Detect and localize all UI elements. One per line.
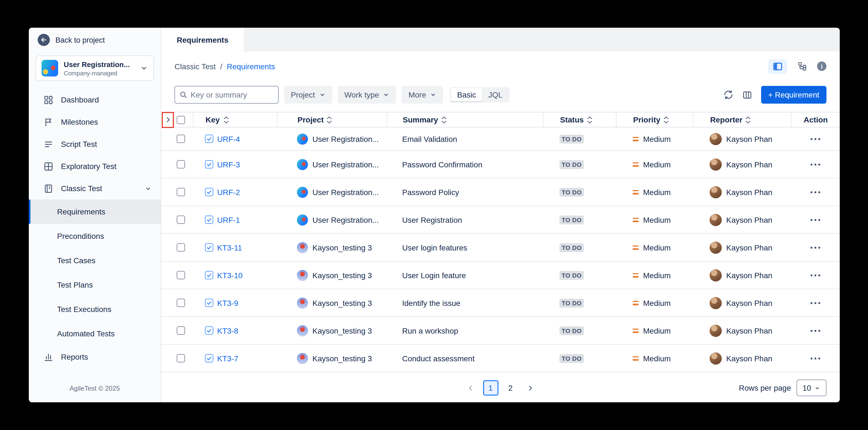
column-header-summary[interactable]: Summary bbox=[386, 113, 543, 127]
row-actions-button[interactable] bbox=[810, 302, 820, 304]
jql-mode-button[interactable]: JQL bbox=[482, 88, 508, 101]
sort-icon bbox=[663, 116, 669, 123]
issue-key-link[interactable]: URF-3 bbox=[217, 160, 240, 169]
project-filter-label: Project bbox=[291, 90, 315, 99]
more-filter-dropdown[interactable]: More bbox=[402, 86, 443, 103]
sidebar-item-requirements[interactable]: Requirements bbox=[29, 199, 161, 224]
issue-key-link[interactable]: KT3-9 bbox=[217, 298, 238, 307]
issue-key-link[interactable]: URF-1 bbox=[217, 215, 240, 224]
table-row[interactable]: URF-2 User Registration... Password Poli… bbox=[161, 178, 840, 206]
info-icon[interactable]: i bbox=[817, 62, 827, 71]
add-requirement-button[interactable]: + Requirement bbox=[761, 86, 827, 103]
issue-key-link[interactable]: KT3-10 bbox=[217, 271, 243, 280]
row-checkbox[interactable] bbox=[177, 135, 185, 143]
sidebar-item-milestones[interactable]: Milestones bbox=[29, 111, 161, 133]
row-actions-button[interactable] bbox=[810, 357, 820, 359]
table-row[interactable]: KT3-7 Kayson_testing 3 Conduct assessmen… bbox=[161, 345, 840, 372]
page-2-button[interactable]: 2 bbox=[503, 380, 518, 396]
sidebar-subitem-label: Requirements bbox=[57, 207, 105, 216]
sidebar-item-exploratory-test[interactable]: Exploratory Test bbox=[29, 155, 161, 177]
table-row[interactable]: KT3-10 Kayson_testing 3 User Login featu… bbox=[161, 262, 840, 289]
breadcrumb-current[interactable]: Requirements bbox=[227, 62, 275, 71]
issue-key-link[interactable]: KT3-8 bbox=[217, 326, 238, 335]
select-all-checkbox[interactable] bbox=[177, 116, 185, 124]
reporter-name: Kayson Phan bbox=[726, 134, 772, 143]
row-actions-button[interactable] bbox=[810, 330, 820, 332]
back-to-project-button[interactable]: Back to project bbox=[29, 28, 161, 52]
search-icon bbox=[180, 91, 187, 99]
summary-text: User login features bbox=[402, 243, 467, 252]
classic-test-book-icon bbox=[43, 183, 53, 193]
tab-requirements[interactable]: Requirements bbox=[161, 28, 244, 52]
columns-settings-button[interactable] bbox=[742, 90, 752, 99]
issue-key-link[interactable]: KT3-7 bbox=[217, 354, 238, 363]
table-row[interactable]: URF-4 User Registration... Email Validat… bbox=[161, 127, 840, 151]
priority-label: Medium bbox=[643, 271, 671, 280]
sidebar-item-reports[interactable]: Reports bbox=[29, 346, 161, 368]
issue-key-link[interactable]: KT3-11 bbox=[217, 243, 242, 252]
row-checkbox[interactable] bbox=[177, 271, 185, 279]
status-badge: TO DO bbox=[559, 134, 584, 143]
previous-page-button[interactable] bbox=[463, 380, 478, 396]
board-view-icon bbox=[773, 62, 783, 71]
column-header-status[interactable]: Status bbox=[543, 113, 616, 127]
row-checkbox[interactable] bbox=[177, 216, 185, 224]
row-actions-button[interactable] bbox=[810, 191, 820, 193]
sidebar-item-test-executions[interactable]: Test Executions bbox=[29, 297, 161, 321]
row-actions-button[interactable] bbox=[810, 246, 820, 248]
table-row[interactable]: URF-1 User Registration... User Registra… bbox=[161, 206, 840, 234]
breadcrumb-parent[interactable]: Classic Test bbox=[175, 62, 216, 71]
column-header-key[interactable]: Key bbox=[193, 113, 277, 127]
requirement-type-icon bbox=[205, 188, 213, 196]
expand-all-chevron-icon[interactable] bbox=[164, 116, 172, 123]
row-checkbox[interactable] bbox=[177, 243, 185, 252]
basic-mode-button[interactable]: Basic bbox=[451, 88, 482, 101]
work-type-filter-dropdown[interactable]: Work type bbox=[338, 86, 396, 103]
sidebar-item-automated-tests[interactable]: Automated Tests bbox=[29, 321, 161, 346]
rows-per-page-select[interactable]: 10 bbox=[797, 379, 827, 396]
row-checkbox[interactable] bbox=[177, 160, 185, 168]
issue-key-link[interactable]: URF-4 bbox=[217, 134, 240, 143]
column-header-reporter[interactable]: Reporter bbox=[693, 113, 791, 127]
page-1-button[interactable]: 1 bbox=[483, 380, 498, 396]
column-header-project[interactable]: Project bbox=[277, 113, 386, 127]
sidebar-item-test-cases[interactable]: Test Cases bbox=[29, 248, 161, 273]
row-actions-button[interactable] bbox=[810, 274, 820, 276]
refresh-button[interactable] bbox=[723, 90, 734, 100]
sidebar-item-preconditions[interactable]: Preconditions bbox=[29, 224, 161, 248]
next-page-button[interactable] bbox=[523, 380, 538, 396]
reporter-avatar bbox=[710, 269, 722, 281]
row-checkbox[interactable] bbox=[177, 299, 185, 307]
rows-per-page-label: Rows per page bbox=[739, 383, 791, 392]
priority-medium-icon bbox=[632, 328, 639, 333]
table-row[interactable]: KT3-11 Kayson_testing 3 User login featu… bbox=[161, 234, 840, 262]
sidebar-item-test-plans[interactable]: Test Plans bbox=[29, 273, 161, 297]
row-actions-button[interactable] bbox=[810, 163, 820, 165]
row-actions-button[interactable] bbox=[810, 138, 820, 140]
issue-key-link[interactable]: URF-2 bbox=[217, 188, 240, 196]
table-row[interactable]: URF-3 User Registration... Password Conf… bbox=[161, 151, 840, 178]
priority-label: Medium bbox=[643, 298, 671, 307]
sidebar-nav: Dashboard Milestones Script Test bbox=[29, 87, 161, 368]
summary-text: Email Validation bbox=[402, 134, 457, 143]
row-checkbox[interactable] bbox=[177, 354, 185, 362]
row-actions-button[interactable] bbox=[810, 219, 820, 221]
board-view-toggle-button[interactable] bbox=[768, 59, 787, 73]
sidebar-item-script-test[interactable]: Script Test bbox=[29, 133, 161, 155]
project-filter-dropdown[interactable]: Project bbox=[284, 86, 332, 103]
tree-view-toggle-button[interactable] bbox=[793, 59, 811, 73]
search-input[interactable] bbox=[191, 90, 274, 99]
project-selector[interactable]: User Registration... Company-managed bbox=[35, 55, 154, 81]
row-checkbox[interactable] bbox=[177, 327, 185, 335]
column-header-priority[interactable]: Priority bbox=[616, 113, 693, 127]
sidebar-item-dashboard[interactable]: Dashboard bbox=[29, 89, 161, 111]
priority-label: Medium bbox=[643, 134, 671, 143]
sidebar-item-classic-test[interactable]: Classic Test bbox=[29, 177, 161, 199]
priority-label: Medium bbox=[643, 188, 671, 196]
rows-per-page-value: 10 bbox=[802, 383, 811, 392]
status-badge: TO DO bbox=[559, 188, 584, 196]
summary-text: Run a workshop bbox=[402, 326, 458, 335]
table-row[interactable]: KT3-8 Kayson_testing 3 Run a workshop TO… bbox=[161, 317, 840, 345]
table-row[interactable]: KT3-9 Kayson_testing 3 Identify the issu… bbox=[161, 289, 840, 317]
row-checkbox[interactable] bbox=[177, 188, 185, 196]
